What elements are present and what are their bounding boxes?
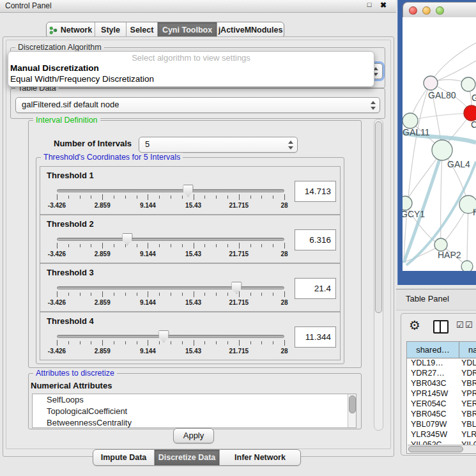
slider-tick [171, 244, 171, 247]
table-row[interactable]: YLR345WYLR3 [407, 430, 476, 440]
tab-network[interactable]: Network [47, 22, 95, 38]
slider-tick [284, 291, 285, 297]
table-data-combobox[interactable]: galFiltered.sif default node [15, 97, 380, 113]
slider-tick [68, 244, 69, 247]
threshold-value-field[interactable]: 6.316 [295, 229, 336, 250]
slider-tick [137, 244, 137, 247]
network-node[interactable] [403, 113, 418, 128]
threshold-3-slider[interactable]: -3.4262.8599.14415.4321.71528 [57, 282, 284, 310]
network-canvas[interactable]: GAL80 GA GAL11 C GAL4 GCY1 H HAP2 [403, 17, 476, 271]
slider-track[interactable] [57, 335, 284, 338]
slider-tick-label: 21.715 [229, 299, 249, 306]
network-node[interactable] [432, 140, 452, 160]
bottom-tab-bar: Impute Data Discretize Data Infer Networ… [93, 449, 301, 466]
mac-zoom-button[interactable] [436, 6, 444, 15]
scrollbar-thumb[interactable] [349, 395, 356, 413]
table-row[interactable]: YDR27…YDR2 [407, 369, 476, 379]
panel-scrollbar[interactable] [374, 119, 383, 431]
node-label: C [471, 119, 476, 130]
slider-ticks [57, 340, 284, 347]
gear-icon[interactable]: ⚙ [409, 317, 420, 334]
slider-tick [182, 244, 183, 247]
network-window-titlebar[interactable] [403, 2, 476, 19]
float-window-icon[interactable]: □ [364, 1, 374, 11]
threshold-value-field[interactable]: 14.713 [295, 181, 336, 202]
threshold-1-slider[interactable]: -3.4262.8599.14415.4321.71528 [57, 185, 284, 213]
tab-impute-data[interactable]: Impute Data [93, 450, 154, 465]
slider-tick [148, 291, 148, 297]
mac-close-button[interactable] [409, 6, 417, 15]
slider-tick [57, 340, 58, 346]
group-title: Attributes to discretize [33, 369, 117, 378]
slider-tick [91, 341, 91, 344]
threshold-4-slider[interactable]: -3.4262.8599.14415.4321.71528 [57, 330, 284, 358]
slider-tick [159, 244, 160, 247]
tab-label: jActiveMNodules [219, 26, 283, 35]
column-header-name[interactable]: na [459, 342, 476, 358]
columns-icon[interactable] [433, 320, 449, 334]
table-header: shared… na [407, 342, 476, 358]
threshold-value-field[interactable]: 11.344 [295, 326, 336, 348]
popup-hint: Select algorithm to view settings [8, 53, 374, 63]
scrollbar-thumb[interactable] [375, 121, 382, 313]
screen: Control Panel □ ✖ Network Style Select C… [0, 0, 476, 476]
network-node[interactable] [461, 77, 475, 91]
attributes-scrollbar[interactable] [348, 394, 356, 427]
scrollbar-thumb[interactable] [408, 446, 463, 452]
slider-tick [91, 244, 91, 247]
threshold-2-slider[interactable]: -3.4262.8599.14415.4321.71528 [57, 233, 284, 261]
column-header-shared-name[interactable]: shared… [407, 342, 459, 358]
table-row[interactable]: YBL079WYBL0 [407, 420, 476, 430]
slider-tick [182, 341, 183, 344]
close-icon[interactable]: ✖ [378, 1, 388, 11]
node-label: GAL4 [447, 159, 470, 169]
tab-select[interactable]: Select [126, 22, 157, 38]
network-node[interactable] [434, 238, 447, 251]
tab-style[interactable]: Style [95, 22, 126, 38]
apply-button[interactable]: Apply [173, 428, 214, 443]
slider-tick-label: -3.426 [48, 299, 66, 306]
network-node[interactable] [403, 196, 412, 210]
threshold-value-field[interactable]: 21.4 [295, 278, 336, 299]
tab-jactivemnodules[interactable]: jActiveMNodules [217, 22, 284, 38]
slider-track[interactable] [57, 286, 284, 289]
slider-tick [125, 244, 126, 247]
number-of-intervals-combobox[interactable]: 5 [139, 137, 298, 153]
tab-infer-network[interactable]: Infer Network [219, 450, 300, 465]
numerical-attributes-list[interactable]: SelfLoopsTopologicalCoefficientBetweenne… [32, 394, 357, 428]
table-hscrollbar[interactable] [408, 445, 476, 452]
threshold-label: Threshold 2 [47, 219, 94, 229]
tab-cyni-toolbox[interactable]: Cyni Toolbox [157, 22, 217, 38]
table-row[interactable]: YDL19…YDL1 [407, 358, 476, 369]
slider-tick [171, 293, 171, 296]
checkbox-icon[interactable]: ☑ [465, 320, 473, 330]
network-node[interactable] [461, 261, 473, 271]
slider-track[interactable] [57, 189, 284, 192]
table-row[interactable]: YER054CYER0 [407, 399, 476, 410]
threshold-2-box: Threshold 2 -3.4262.8599.14415.4321.7152… [40, 215, 341, 263]
node-label: GAL11 [403, 127, 430, 137]
popup-option-manual-discretization[interactable]: Manual Discretization [10, 63, 99, 73]
checkbox-icon[interactable]: ☑ [456, 320, 464, 330]
attribute-item[interactable]: TopologicalCoefficient [33, 406, 356, 417]
slider-tick-label: 9.144 [140, 299, 156, 306]
network-node-selected[interactable] [464, 105, 476, 121]
attribute-item[interactable]: BetweennessCentrality [33, 417, 356, 428]
table-row[interactable]: YBR045CYBR0 [407, 410, 476, 420]
mac-minimize-button[interactable] [422, 6, 431, 15]
slider-tick-label: 21.715 [229, 348, 249, 355]
slider-tick [227, 196, 228, 199]
slider-tick-label: -3.426 [48, 348, 66, 355]
tab-discretize-data[interactable]: Discretize Data [154, 450, 219, 465]
table-row[interactable]: YBR043CYBR0 [407, 379, 476, 389]
attribute-item[interactable]: SelfLoops [33, 394, 356, 406]
table-row[interactable]: YPR145WYPR1 [407, 389, 476, 399]
slider-tick [91, 293, 91, 296]
network-node[interactable] [424, 76, 438, 90]
slider-tick [273, 196, 273, 199]
table-cell: YDR2 [459, 369, 476, 379]
slider-track[interactable] [57, 238, 284, 241]
table-cell: YBR043C [407, 379, 459, 389]
popup-option-equal-width-frequency[interactable]: Equal Width/Frequency Discretization [10, 74, 154, 84]
numerical-attributes-label: Numerical Attributes [31, 381, 112, 390]
